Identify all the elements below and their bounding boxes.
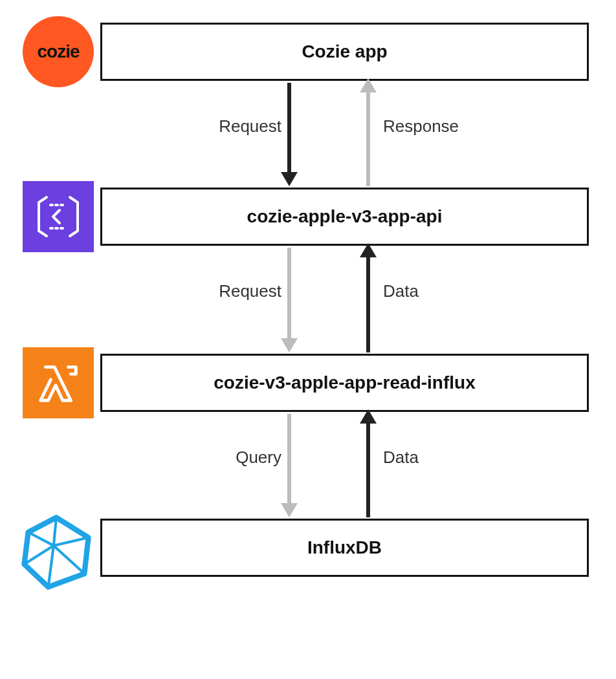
node-lambda-label: cozie-v3-apple-app-read-influx [214, 372, 476, 393]
edge-label-data-2: Data [383, 447, 419, 468]
edge-label-request-2: Request [210, 281, 281, 301]
lambda-icon [23, 347, 94, 418]
edge-label-response: Response [383, 116, 459, 136]
influxdb-icon [16, 512, 96, 592]
node-api-gw: cozie-apple-v3-app-api [100, 188, 589, 246]
node-cozie-app: Cozie app [100, 23, 589, 81]
api-gateway-icon [23, 181, 94, 252]
node-cozie-app-label: Cozie app [302, 41, 387, 62]
cozie-icon: cozie [23, 16, 94, 87]
edge-label-data-1: Data [383, 281, 419, 301]
node-influx: InfluxDB [100, 519, 589, 577]
node-api-gw-label: cozie-apple-v3-app-api [247, 206, 443, 227]
edge-label-query: Query [223, 447, 281, 468]
cozie-icon-label: cozie [37, 41, 79, 62]
architecture-diagram: cozie Cozie app Request Response cozie-a… [0, 0, 616, 679]
node-lambda: cozie-v3-apple-app-read-influx [100, 354, 589, 412]
node-influx-label: InfluxDB [307, 537, 382, 558]
edge-label-request-1: Request [210, 116, 281, 136]
